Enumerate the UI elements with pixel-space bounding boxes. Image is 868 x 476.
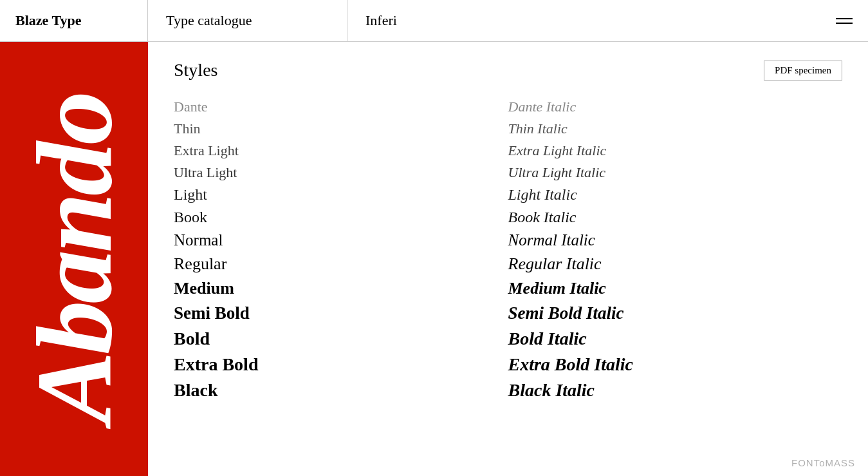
font-style-extrabold-italic[interactable]: Extra Bold Italic (508, 352, 843, 377)
font-style-dante-italic[interactable]: Dante Italic (508, 96, 843, 118)
font-style-extrabold[interactable]: Extra Bold (174, 352, 508, 377)
font-style-black-italic[interactable]: Black Italic (508, 377, 843, 403)
main-layout: Abando Styles PDF specimen DanteDante It… (0, 42, 868, 476)
font-style-book[interactable]: Book (174, 206, 508, 229)
font-style-regular[interactable]: Regular (174, 252, 508, 276)
styles-header: Styles PDF specimen (174, 60, 842, 81)
font-style-thin[interactable]: Thin (174, 118, 508, 140)
nav-type-catalogue[interactable]: Type catalogue (148, 0, 347, 41)
pdf-specimen-button[interactable]: PDF specimen (764, 61, 842, 81)
font-style-dante[interactable]: Dante (174, 96, 508, 118)
font-style-regular-italic[interactable]: Regular Italic (508, 252, 843, 276)
font-style-black[interactable]: Black (174, 377, 508, 403)
watermark: FONToMASS (791, 457, 855, 468)
font-style-extralight-italic[interactable]: Extra Light Italic (508, 140, 843, 162)
font-style-semibold[interactable]: Semi Bold (174, 301, 508, 326)
font-name-label: Inferi (365, 12, 397, 29)
menu-button[interactable] (820, 0, 868, 41)
font-style-semibold-italic[interactable]: Semi Bold Italic (508, 301, 843, 326)
styles-title: Styles (174, 60, 217, 81)
font-style-book-italic[interactable]: Book Italic (508, 206, 843, 229)
brand-logo[interactable]: Blaze Type (0, 0, 148, 41)
header: Blaze Type Type catalogue Inferi (0, 0, 868, 42)
font-style-normal-italic[interactable]: Normal Italic (508, 229, 843, 252)
font-style-medium[interactable]: Medium (174, 276, 508, 301)
nav-label: Type catalogue (166, 12, 252, 29)
font-name-breadcrumb: Inferi (347, 0, 820, 41)
hamburger-icon (836, 18, 853, 24)
font-style-ultralight[interactable]: Ultra Light (174, 162, 508, 184)
font-style-bold-italic[interactable]: Bold Italic (508, 326, 843, 352)
font-style-normal[interactable]: Normal (174, 229, 508, 252)
font-styles-grid: DanteDante ItalicThinThin ItalicExtra Li… (174, 96, 842, 403)
font-style-extralight[interactable]: Extra Light (174, 140, 508, 162)
font-style-light[interactable]: Light (174, 184, 508, 206)
sidebar: Abando (0, 42, 148, 476)
font-style-bold[interactable]: Bold (174, 326, 508, 352)
brand-name: Blaze Type (15, 12, 81, 29)
sidebar-decorative-text: Abando (20, 94, 128, 424)
font-style-ultralight-italic[interactable]: Ultra Light Italic (508, 162, 843, 184)
content-area: Styles PDF specimen DanteDante ItalicThi… (148, 42, 868, 476)
font-style-light-italic[interactable]: Light Italic (508, 184, 843, 206)
font-style-thin-italic[interactable]: Thin Italic (508, 118, 843, 140)
font-style-medium-italic[interactable]: Medium Italic (508, 276, 843, 301)
